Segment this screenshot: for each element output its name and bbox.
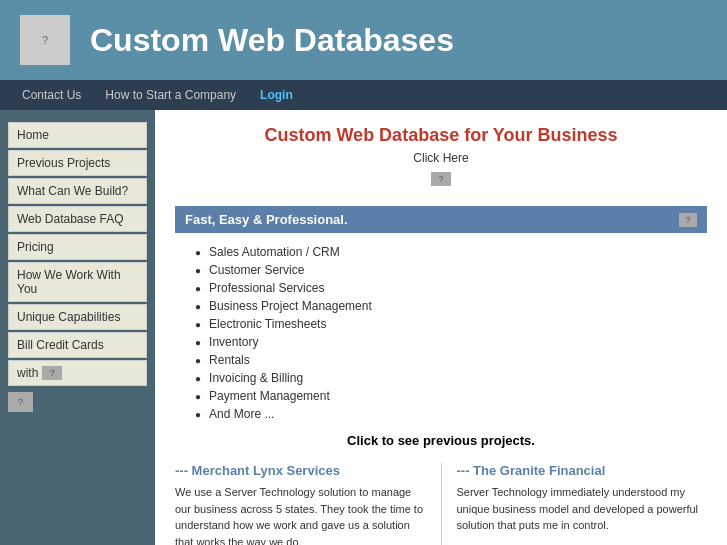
testimonial-merchant: --- Merchant Lynx Services We use a Serv… xyxy=(175,463,426,545)
sidebar-item-what-can-we-build[interactable]: What Can We Build? xyxy=(8,178,147,204)
sidebar-item-previous-projects[interactable]: Previous Projects xyxy=(8,150,147,176)
content-image-icon: ? xyxy=(431,172,451,186)
nav-how-to-start[interactable]: How to Start a Company xyxy=(93,80,248,110)
site-title: Custom Web Databases xyxy=(90,22,454,59)
list-item: Inventory xyxy=(195,333,707,351)
sidebar-item-how-we-work[interactable]: How We Work With You xyxy=(8,262,147,302)
list-item: Sales Automation / CRM xyxy=(195,243,707,261)
sidebar-item-bill-credit-cards[interactable]: Bill Credit Cards xyxy=(8,332,147,358)
testimonial-divider xyxy=(441,463,442,545)
sidebar-item-unique-capabilities[interactable]: Unique Capabilities xyxy=(8,304,147,330)
feature-box: Fast, Easy & Professional. ? xyxy=(175,206,707,233)
content-title: Custom Web Database for Your Business xyxy=(175,125,707,146)
testimonials: --- Merchant Lynx Services We use a Serv… xyxy=(175,463,707,545)
sidebar-item-with[interactable]: with ? xyxy=(8,360,147,386)
click-here-label[interactable]: Click Here xyxy=(175,151,707,165)
testimonial-merchant-text: We use a Server Technology solution to m… xyxy=(175,484,426,545)
list-item: Professional Services xyxy=(195,279,707,297)
testimonial-granite-title: --- The Granite Financial xyxy=(457,463,708,478)
list-item: Electronic Timesheets xyxy=(195,315,707,333)
header-logo: ? xyxy=(20,15,70,65)
list-item: Invoicing & Billing xyxy=(195,369,707,387)
list-item: Customer Service xyxy=(195,261,707,279)
list-item: Payment Management xyxy=(195,387,707,405)
main-layout: Home Previous Projects What Can We Build… xyxy=(0,110,727,545)
sidebar-bottom-icon: ? xyxy=(8,392,33,412)
feature-box-title: Fast, Easy & Professional. xyxy=(185,212,348,227)
testimonial-merchant-title: --- Merchant Lynx Services xyxy=(175,463,426,478)
testimonial-granite: --- The Granite Financial Server Technol… xyxy=(457,463,708,545)
sidebar: Home Previous Projects What Can We Build… xyxy=(0,110,155,545)
click-projects[interactable]: Click to see previous projects. xyxy=(175,433,707,448)
list-item: And More ... xyxy=(195,405,707,423)
list-item: Rentals xyxy=(195,351,707,369)
testimonial-granite-text: Server Technology immediately understood… xyxy=(457,484,708,534)
navbar: Contact Us How to Start a Company Login xyxy=(0,80,727,110)
sidebar-item-pricing[interactable]: Pricing xyxy=(8,234,147,260)
sidebar-item-home[interactable]: Home xyxy=(8,122,147,148)
nav-contact[interactable]: Contact Us xyxy=(10,80,93,110)
sidebar-inline-icon: ? xyxy=(42,366,62,380)
list-item: Business Project Management xyxy=(195,297,707,315)
nav-login[interactable]: Login xyxy=(248,80,305,110)
content-area: Custom Web Database for Your Business Cl… xyxy=(155,110,727,545)
sidebar-item-web-database-faq[interactable]: Web Database FAQ xyxy=(8,206,147,232)
header: ? Custom Web Databases xyxy=(0,0,727,80)
bullet-list: Sales Automation / CRM Customer Service … xyxy=(195,243,707,423)
feature-box-icon: ? xyxy=(679,213,697,227)
sidebar-with-label: with xyxy=(17,366,38,380)
